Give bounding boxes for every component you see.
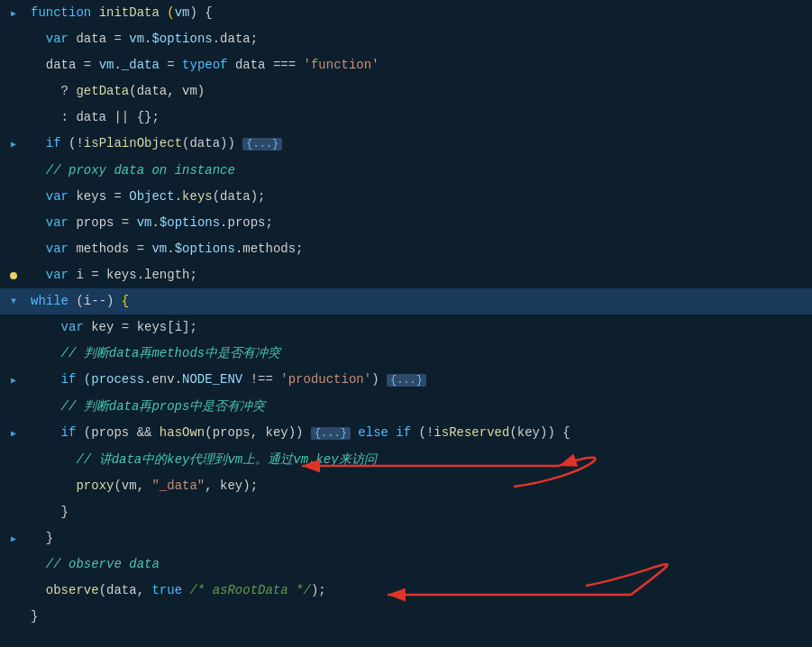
token: // 讲data中的key代理到vm上。通过vm.key来访问 bbox=[76, 452, 376, 467]
line-content: // 讲data中的key代理到vm上。通过vm.key来访问 bbox=[27, 448, 812, 472]
token: ) { bbox=[189, 5, 212, 20]
token: vm bbox=[137, 215, 152, 230]
token: : data bbox=[61, 110, 114, 124]
code-line: ▶ } bbox=[0, 525, 812, 551]
code-line: proxy(vm, "_data", key); bbox=[0, 473, 812, 499]
token: , key); bbox=[205, 478, 258, 493]
token: key bbox=[91, 320, 122, 334]
code-line: ▶function initData (vm) { bbox=[0, 0, 812, 26]
token: ? bbox=[61, 84, 77, 98]
gutter-cell: ▶ bbox=[0, 139, 27, 150]
fold-close-icon[interactable]: ▶ bbox=[11, 533, 16, 544]
line-content: // observe data bbox=[27, 552, 812, 577]
token: observe bbox=[46, 583, 99, 597]
token: var bbox=[46, 241, 77, 256]
gutter-cell: ▶ bbox=[0, 375, 27, 386]
token: = bbox=[91, 268, 106, 282]
code-line: ? getData(data, vm) bbox=[0, 78, 812, 105]
line-content: // 判断data再methods中是否有冲突 bbox=[27, 342, 812, 366]
gutter-cell: ▼ bbox=[0, 296, 27, 306]
fold-icon[interactable]: ▼ bbox=[11, 296, 16, 306]
token: ) bbox=[371, 372, 387, 387]
line-content: data = vm._data = typeof data === 'funct… bbox=[27, 53, 812, 77]
token: !== bbox=[251, 372, 281, 387]
collapsed-block[interactable]: {...} bbox=[311, 427, 351, 440]
token: .props; bbox=[220, 215, 273, 230]
code-line: ▶ if (process.env.NODE_ENV !== 'producti… bbox=[0, 367, 812, 394]
code-line: var data = vm.$options.data; bbox=[0, 26, 812, 52]
code-line: : data || {}; bbox=[0, 105, 812, 131]
token: (! bbox=[419, 425, 434, 440]
code-line: // observe data bbox=[0, 551, 812, 578]
token: } bbox=[31, 609, 38, 624]
line-content: if (!isPlainObject(data)) {...} bbox=[27, 132, 812, 157]
token: typeof bbox=[182, 58, 235, 72]
token: ( bbox=[167, 5, 174, 20]
token: (data)) bbox=[182, 136, 242, 150]
line-content: } bbox=[27, 500, 812, 524]
token: // 判断data再methods中是否有冲突 bbox=[61, 346, 281, 360]
line-content: } bbox=[27, 605, 812, 629]
token: = bbox=[84, 58, 99, 72]
fold-icon[interactable]: ▶ bbox=[11, 8, 16, 19]
token: keys bbox=[76, 189, 114, 204]
token: /* asRootData */ bbox=[189, 583, 310, 597]
code-line: var methods = vm.$options.methods; bbox=[0, 236, 812, 262]
gutter-cell: ▶ bbox=[0, 428, 27, 439]
token: (data); bbox=[213, 189, 266, 204]
token: NODE_ENV bbox=[182, 372, 251, 387]
code-line: // 判断data再props中是否有冲突 bbox=[0, 394, 812, 420]
line-content: var keys = Object.keys(data); bbox=[27, 185, 812, 209]
token: (data, bbox=[99, 583, 152, 597]
line-content: function initData (vm) { bbox=[27, 1, 812, 25]
fold-icon[interactable]: ▶ bbox=[11, 375, 16, 386]
token: // observe data bbox=[46, 557, 160, 571]
fold-icon[interactable]: ▶ bbox=[11, 428, 16, 439]
code-lines: ▶function initData (vm) { var data = vm.… bbox=[0, 0, 812, 630]
code-line: observe(data, true /* asRootData */); bbox=[0, 578, 812, 604]
token: . bbox=[151, 215, 159, 230]
token: var bbox=[61, 320, 92, 334]
token: vm bbox=[99, 58, 114, 72]
line-content: ? getData(data, vm) bbox=[27, 79, 812, 104]
token: { bbox=[122, 294, 129, 308]
line-content: var key = keys[i]; bbox=[27, 315, 812, 340]
token: || bbox=[114, 110, 136, 124]
token: 'function' bbox=[304, 58, 379, 72]
breakpoint-dot bbox=[10, 272, 17, 279]
token: .env. bbox=[144, 372, 182, 387]
line-content: var props = vm.$options.props; bbox=[27, 211, 812, 235]
token: if bbox=[46, 136, 68, 150]
token: 'production' bbox=[280, 372, 371, 387]
token: proxy bbox=[76, 478, 114, 493]
token: vm bbox=[129, 32, 144, 46]
code-line: // 判断data再methods中是否有冲突 bbox=[0, 341, 812, 367]
token: keys[i]; bbox=[137, 320, 197, 334]
token: . bbox=[175, 189, 182, 204]
token: initData bbox=[99, 5, 168, 20]
token: vm bbox=[151, 241, 167, 256]
token: === bbox=[273, 58, 304, 72]
token: true bbox=[151, 583, 189, 597]
token: = bbox=[114, 32, 129, 46]
collapsed-block[interactable]: {...} bbox=[242, 138, 282, 150]
token: var bbox=[46, 189, 77, 204]
collapsed-block[interactable]: {...} bbox=[387, 374, 426, 387]
line-content: } bbox=[27, 526, 812, 551]
token: props bbox=[76, 215, 121, 230]
gutter-cell: ▶ bbox=[0, 8, 27, 19]
token: .length; bbox=[137, 268, 197, 282]
token: } bbox=[46, 531, 53, 545]
token: data bbox=[46, 58, 84, 72]
token: $options bbox=[160, 215, 220, 230]
line-content: var i = keys.length; bbox=[27, 263, 812, 287]
token: isPlainObject bbox=[84, 136, 182, 150]
token: var bbox=[46, 268, 77, 282]
token: // 判断data再props中是否有冲突 bbox=[61, 399, 266, 414]
token: (data, vm) bbox=[129, 84, 205, 98]
code-line: // proxy data on instance bbox=[0, 158, 812, 184]
fold-icon[interactable]: ▶ bbox=[11, 139, 16, 150]
gutter-cell: ▶ bbox=[0, 533, 27, 544]
token: (i--) bbox=[76, 294, 121, 308]
token: ); bbox=[311, 583, 326, 597]
